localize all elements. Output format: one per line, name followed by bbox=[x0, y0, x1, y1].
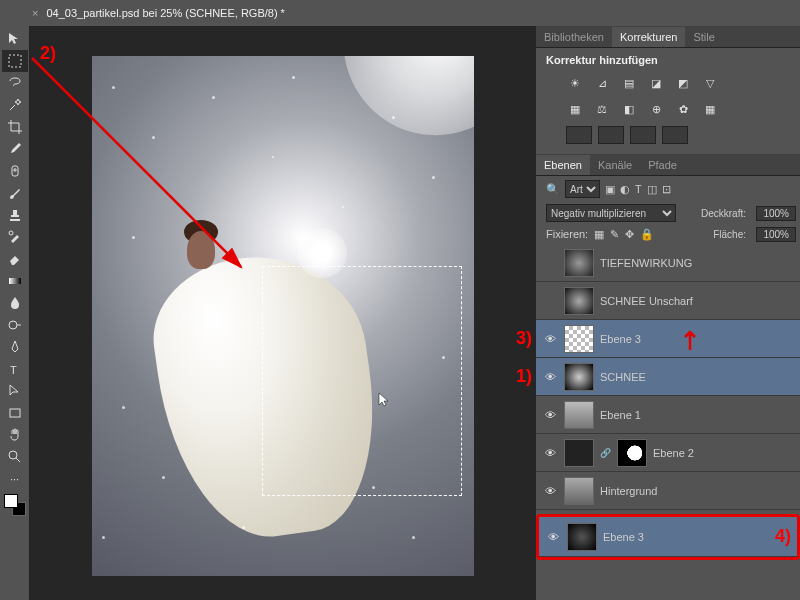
layer-row[interactable]: 👁 Ebene 3 4) bbox=[539, 517, 797, 557]
lock-paint-icon[interactable]: ✎ bbox=[610, 228, 619, 241]
lock-position-icon[interactable]: ✥ bbox=[625, 228, 634, 241]
layer-thumb bbox=[564, 363, 594, 391]
tab-ebenen[interactable]: Ebenen bbox=[536, 155, 590, 175]
curves-icon[interactable]: ▤ bbox=[620, 74, 638, 92]
blur-tool[interactable] bbox=[2, 292, 28, 314]
preset-4[interactable] bbox=[662, 126, 688, 144]
preset-2[interactable] bbox=[598, 126, 624, 144]
layer-name: SCHNEE bbox=[600, 371, 794, 383]
tab-stile[interactable]: Stile bbox=[685, 27, 722, 47]
exposure-icon[interactable]: ◪ bbox=[647, 74, 665, 92]
canvas-area bbox=[30, 26, 536, 600]
document-title: 04_03_partikel.psd bei 25% (SCHNEE, RGB/… bbox=[46, 7, 284, 19]
preset-3[interactable] bbox=[630, 126, 656, 144]
preset-1[interactable] bbox=[566, 126, 592, 144]
layer-row[interactable]: 👁 🔗 Ebene 2 bbox=[536, 434, 800, 472]
brush-tool[interactable] bbox=[2, 182, 28, 204]
document-canvas[interactable] bbox=[92, 56, 474, 576]
tab-bibliotheken[interactable]: Bibliotheken bbox=[536, 27, 612, 47]
marquee-tool[interactable] bbox=[2, 50, 28, 72]
blend-mode-select[interactable]: Negativ multiplizieren bbox=[546, 204, 676, 222]
hue-icon[interactable]: ▽ bbox=[701, 74, 719, 92]
move-tool[interactable] bbox=[2, 28, 28, 50]
photo-filter-icon[interactable]: ◧ bbox=[620, 100, 638, 118]
adjustments-panel: Korrektur hinzufügen ☀ ⊿ ▤ ◪ ◩ ▽ ▦ ⚖ ◧ ⊕… bbox=[536, 48, 800, 150]
layer-row[interactable]: 👁 Ebene 1 bbox=[536, 396, 800, 434]
layer-thumb bbox=[564, 477, 594, 505]
eraser-tool[interactable] bbox=[2, 248, 28, 270]
filter-shape-icon[interactable]: ◫ bbox=[647, 183, 657, 196]
layer-row[interactable]: 👁 Ebene 3 bbox=[536, 320, 800, 358]
svg-point-7 bbox=[9, 451, 17, 459]
tab-kanaele[interactable]: Kanäle bbox=[590, 155, 640, 175]
visibility-toggle[interactable]: 👁 bbox=[542, 333, 558, 345]
highlighted-layer-panel: 👁 Ebene 3 4) bbox=[536, 514, 800, 560]
opacity-value[interactable]: 100% bbox=[756, 206, 796, 221]
filter-adj-icon[interactable]: ◐ bbox=[620, 183, 630, 196]
magic-wand-tool[interactable] bbox=[2, 94, 28, 116]
pen-tool[interactable] bbox=[2, 336, 28, 358]
layer-thumb bbox=[564, 287, 594, 315]
filter-pixel-icon[interactable]: ▣ bbox=[605, 183, 615, 196]
cursor-icon bbox=[377, 391, 395, 409]
lasso-tool[interactable] bbox=[2, 72, 28, 94]
tab-korrekturen[interactable]: Korrekturen bbox=[612, 27, 685, 47]
eyedropper-tool[interactable] bbox=[2, 138, 28, 160]
zoom-tool[interactable] bbox=[2, 446, 28, 468]
layer-row[interactable]: TIEFENWIRKUNG bbox=[536, 244, 800, 282]
hand-tool[interactable] bbox=[2, 424, 28, 446]
layer-name: Ebene 3 bbox=[600, 333, 794, 345]
visibility-toggle[interactable]: 👁 bbox=[545, 531, 561, 543]
tab-pfade[interactable]: Pfade bbox=[640, 155, 685, 175]
visibility-toggle[interactable]: 👁 bbox=[542, 409, 558, 421]
annotation-1: 1) bbox=[516, 366, 532, 387]
levels-icon[interactable]: ⊿ bbox=[593, 74, 611, 92]
fill-value[interactable]: 100% bbox=[756, 227, 796, 242]
history-brush-tool[interactable] bbox=[2, 226, 28, 248]
layer-row[interactable]: 👁 Hintergrund bbox=[536, 472, 800, 510]
svg-point-4 bbox=[9, 321, 17, 329]
visibility-toggle[interactable]: 👁 bbox=[542, 447, 558, 459]
filter-smart-icon[interactable]: ⊡ bbox=[662, 183, 671, 196]
svg-text:T: T bbox=[10, 364, 17, 376]
type-tool[interactable]: T bbox=[2, 358, 28, 380]
annotation-3: 3) bbox=[516, 328, 532, 349]
gradient-tool[interactable] bbox=[2, 270, 28, 292]
layer-thumb bbox=[564, 325, 594, 353]
lock-transparent-icon[interactable]: ▦ bbox=[594, 228, 604, 241]
tools-panel: T ··· bbox=[0, 26, 30, 600]
healing-tool[interactable] bbox=[2, 160, 28, 182]
layer-row[interactable]: SCHNEE Unscharf bbox=[536, 282, 800, 320]
balance-icon[interactable]: ⚖ bbox=[593, 100, 611, 118]
rectangle-tool[interactable] bbox=[2, 402, 28, 424]
layer-mask-thumb bbox=[617, 439, 647, 467]
posterize-icon[interactable]: ▦ bbox=[701, 100, 719, 118]
vibrance-icon[interactable]: ◩ bbox=[674, 74, 692, 92]
opacity-label: Deckkraft: bbox=[701, 208, 746, 219]
annotation-2: 2) bbox=[40, 43, 56, 64]
visibility-toggle[interactable]: 👁 bbox=[542, 485, 558, 497]
panels-column: Bibliotheken Korrekturen Stile Korrektur… bbox=[536, 26, 800, 600]
crop-tool[interactable] bbox=[2, 116, 28, 138]
color-lookup-icon[interactable]: ✿ bbox=[674, 100, 692, 118]
svg-rect-6 bbox=[10, 409, 20, 417]
path-select-tool[interactable] bbox=[2, 380, 28, 402]
layer-name: SCHNEE Unscharf bbox=[600, 295, 794, 307]
layer-filter-select[interactable]: Art bbox=[565, 180, 600, 198]
layer-thumb bbox=[564, 439, 594, 467]
brightness-icon[interactable]: ☀ bbox=[566, 74, 584, 92]
channel-mixer-icon[interactable]: ⊕ bbox=[647, 100, 665, 118]
stamp-tool[interactable] bbox=[2, 204, 28, 226]
layer-name: Ebene 1 bbox=[600, 409, 794, 421]
filter-type-icon[interactable]: T bbox=[635, 183, 642, 195]
dodge-tool[interactable] bbox=[2, 314, 28, 336]
edit-toolbar[interactable]: ··· bbox=[2, 468, 28, 490]
tab-close-icon[interactable]: × bbox=[32, 7, 38, 19]
color-swatches[interactable] bbox=[4, 494, 26, 516]
layers-panel-tabs: Ebenen Kanäle Pfade bbox=[536, 154, 800, 176]
bw-icon[interactable]: ▦ bbox=[566, 100, 584, 118]
svg-point-2 bbox=[9, 231, 13, 235]
lock-all-icon[interactable]: 🔒 bbox=[640, 228, 654, 241]
layer-row[interactable]: 👁 SCHNEE bbox=[536, 358, 800, 396]
visibility-toggle[interactable]: 👁 bbox=[542, 371, 558, 383]
